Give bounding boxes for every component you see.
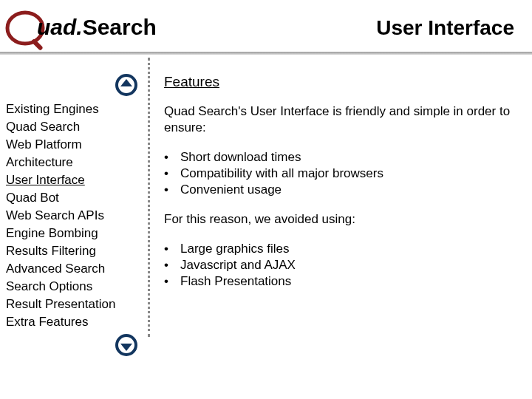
bullet-text: Large graphics files <box>180 242 289 256</box>
sidebar-item-architecture[interactable]: Architecture <box>6 154 145 171</box>
avoided-list: • Large graphics files • Javascript and … <box>164 241 520 290</box>
avoided-list-item: • Javascript and AJAX <box>164 257 520 273</box>
bullet-icon: • <box>164 149 180 166</box>
sidebar-item-extra-features[interactable]: Extra Features <box>6 313 145 331</box>
bullet-icon: • <box>164 241 180 257</box>
bullet-icon: • <box>164 166 180 182</box>
logo-word-2: Search <box>83 15 157 39</box>
section-heading: Features <box>164 74 520 90</box>
sidebar-item-web-platform[interactable]: Web Platform <box>6 136 145 154</box>
sidebar-item-user-interface[interactable]: User Interface <box>6 171 145 189</box>
logo-word-1: uad. <box>37 15 83 39</box>
sidebar-item-web-search-apis[interactable]: Web Search APIs <box>6 207 145 225</box>
body: Existing EnginesQuad SearchWeb PlatformA… <box>0 58 532 331</box>
scroll-down-button[interactable] <box>115 334 137 356</box>
ensure-list-item: • Short download times <box>164 149 520 166</box>
bullet-icon: • <box>164 273 180 290</box>
sidebar-column: Existing EnginesQuad SearchWeb PlatformA… <box>0 74 145 331</box>
vertical-divider <box>148 58 150 337</box>
sidebar-item-existing-engines[interactable]: Existing Engines <box>6 100 145 118</box>
scroll-up-button[interactable] <box>115 74 137 96</box>
sidebar-item-quad-bot[interactable]: Quad Bot <box>6 189 145 207</box>
sidebar-item-results-filtering[interactable]: Results Filtering <box>6 242 145 260</box>
ensure-list-item: • Compatibility with all major browsers <box>164 166 520 182</box>
logo-text: uad.Search <box>37 15 157 40</box>
bullet-text: Flash Presentations <box>180 274 291 288</box>
sidebar-item-quad-search[interactable]: Quad Search <box>6 118 145 136</box>
main-content: Features Quad Search's User Interface is… <box>145 74 532 331</box>
sidebar-item-engine-bombing[interactable]: Engine Bombing <box>6 225 145 242</box>
bullet-text: Compatibility with all major browsers <box>180 166 383 180</box>
svg-marker-3 <box>120 79 132 86</box>
bullet-icon: • <box>164 257 180 273</box>
sidebar-nav: Existing EnginesQuad SearchWeb PlatformA… <box>6 100 145 331</box>
bullet-text: Convenient usage <box>180 183 282 197</box>
avoided-list-item: • Large graphics files <box>164 241 520 257</box>
logo: uad.Search <box>4 4 189 49</box>
bullet-text: Javascript and AJAX <box>180 258 296 272</box>
bullet-text: Short download times <box>180 150 301 164</box>
avoided-list-item: • Flash Presentations <box>164 273 520 290</box>
sidebar-item-advanced-search[interactable]: Advanced Search <box>6 260 145 278</box>
sidebar-item-result-presentation[interactable]: Result Presentation <box>6 296 145 313</box>
ensure-list: • Short download times • Compatibility w… <box>164 149 520 198</box>
bullet-icon: • <box>164 182 180 198</box>
sidebar-item-search-options[interactable]: Search Options <box>6 278 145 296</box>
svg-marker-5 <box>120 344 132 351</box>
mid-paragraph: For this reason, we avoided using: <box>164 211 520 228</box>
header-divider <box>0 52 532 55</box>
intro-paragraph: Quad Search's User Interface is friendly… <box>164 103 520 136</box>
header: uad.Search User Interface <box>0 0 532 58</box>
ensure-list-item: • Convenient usage <box>164 182 520 198</box>
page-title: User Interface <box>376 16 514 40</box>
